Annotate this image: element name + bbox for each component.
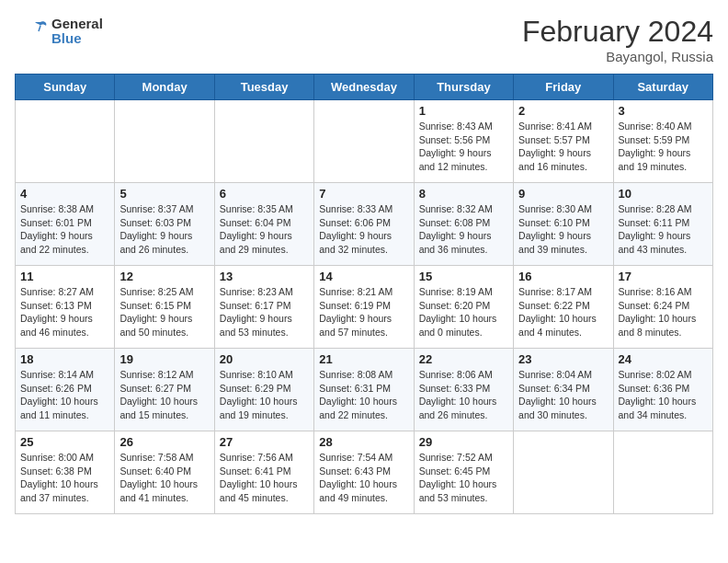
cell-date: 14 [319, 270, 408, 283]
cell-date: 11 [20, 270, 109, 283]
cell-date: 12 [119, 270, 209, 283]
cell-date: 21 [319, 352, 408, 366]
cell-date: 22 [419, 352, 508, 366]
day-header-wednesday: Wednesday [314, 75, 414, 100]
cell-date: 7 [319, 187, 408, 201]
calendar-cell: 8Sunrise: 8:32 AM Sunset: 6:08 PM Daylig… [414, 183, 513, 266]
cell-info: Sunrise: 7:56 AM Sunset: 6:41 PM Dayligh… [220, 451, 309, 505]
calendar-title: February 2024 [522, 15, 713, 49]
cell-info: Sunrise: 8:28 AM Sunset: 6:11 PM Dayligh… [619, 202, 708, 257]
cell-info: Sunrise: 7:52 AM Sunset: 6:45 PM Dayligh… [419, 451, 508, 505]
logo-blue-text: Blue [51, 31, 103, 47]
calendar-cell: 6Sunrise: 8:35 AM Sunset: 6:04 PM Daylig… [214, 183, 313, 266]
logo-text: General Blue [51, 17, 103, 47]
cell-date: 16 [518, 270, 608, 283]
cell-date: 4 [20, 187, 109, 201]
cell-date: 24 [619, 352, 708, 366]
cell-date: 13 [220, 270, 309, 283]
calendar-cell: 23Sunrise: 8:04 AM Sunset: 6:34 PM Dayli… [514, 349, 613, 431]
cell-info: Sunrise: 8:35 AM Sunset: 6:04 PM Dayligh… [220, 202, 309, 257]
cell-date: 5 [119, 187, 209, 201]
cell-date: 27 [220, 435, 309, 449]
cell-date: 15 [419, 270, 508, 283]
cell-info: Sunrise: 8:19 AM Sunset: 6:20 PM Dayligh… [419, 285, 508, 339]
calendar-cell: 27Sunrise: 7:56 AM Sunset: 6:41 PM Dayli… [214, 431, 313, 514]
cell-info: Sunrise: 8:17 AM Sunset: 6:22 PM Dayligh… [518, 285, 608, 339]
logo-general-text: General [51, 17, 103, 32]
cell-date: 8 [419, 187, 508, 201]
cell-date: 26 [119, 435, 209, 449]
cell-info: Sunrise: 8:33 AM Sunset: 6:06 PM Dayligh… [319, 202, 408, 257]
day-header-saturday: Saturday [613, 75, 712, 100]
cell-info: Sunrise: 8:41 AM Sunset: 5:57 PM Dayligh… [518, 120, 608, 174]
cell-info: Sunrise: 8:21 AM Sunset: 6:19 PM Dayligh… [319, 285, 408, 339]
calendar-cell: 24Sunrise: 8:02 AM Sunset: 6:36 PM Dayli… [613, 349, 712, 431]
calendar-cell: 28Sunrise: 7:54 AM Sunset: 6:43 PM Dayli… [314, 431, 414, 514]
cell-date: 1 [419, 104, 508, 118]
cell-info: Sunrise: 8:25 AM Sunset: 6:15 PM Dayligh… [119, 285, 209, 339]
cell-date: 19 [119, 352, 209, 366]
cell-date: 25 [20, 435, 109, 449]
calendar-cell: 18Sunrise: 8:14 AM Sunset: 6:26 PM Dayli… [16, 349, 115, 431]
calendar-cell: 10Sunrise: 8:28 AM Sunset: 6:11 PM Dayli… [613, 183, 712, 266]
calendar-cell: 20Sunrise: 8:10 AM Sunset: 6:29 PM Dayli… [214, 349, 313, 431]
calendar-cell: 3Sunrise: 8:40 AM Sunset: 5:59 PM Daylig… [613, 100, 712, 183]
cell-info: Sunrise: 8:08 AM Sunset: 6:31 PM Dayligh… [319, 368, 408, 422]
cell-info: Sunrise: 8:02 AM Sunset: 6:36 PM Dayligh… [619, 368, 708, 422]
cell-date: 6 [220, 187, 309, 201]
cell-info: Sunrise: 7:58 AM Sunset: 6:40 PM Dayligh… [119, 451, 209, 505]
cell-date: 29 [419, 435, 508, 449]
calendar-cell: 12Sunrise: 8:25 AM Sunset: 6:15 PM Dayli… [115, 266, 214, 349]
cell-date: 28 [319, 435, 408, 449]
cell-info: Sunrise: 8:40 AM Sunset: 5:59 PM Dayligh… [619, 120, 708, 174]
cell-info: Sunrise: 8:00 AM Sunset: 6:38 PM Dayligh… [20, 451, 109, 505]
calendar-cell: 21Sunrise: 8:08 AM Sunset: 6:31 PM Dayli… [314, 349, 414, 431]
logo-bird-icon [15, 15, 48, 48]
day-header-sunday: Sunday [16, 75, 115, 100]
week-row-4: 18Sunrise: 8:14 AM Sunset: 6:26 PM Dayli… [16, 349, 713, 431]
calendar-cell: 19Sunrise: 8:12 AM Sunset: 6:27 PM Dayli… [115, 349, 214, 431]
cell-date: 20 [220, 352, 309, 366]
title-block: February 2024 Bayangol, Russia [522, 15, 713, 64]
calendar-cell: 11Sunrise: 8:27 AM Sunset: 6:13 PM Dayli… [16, 266, 115, 349]
cell-info: Sunrise: 8:14 AM Sunset: 6:26 PM Dayligh… [20, 368, 109, 422]
cell-info: Sunrise: 8:23 AM Sunset: 6:17 PM Dayligh… [220, 285, 309, 339]
calendar-cell: 7Sunrise: 8:33 AM Sunset: 6:06 PM Daylig… [314, 183, 414, 266]
week-row-1: 1Sunrise: 8:43 AM Sunset: 5:56 PM Daylig… [16, 100, 713, 183]
calendar-cell: 2Sunrise: 8:41 AM Sunset: 5:57 PM Daylig… [514, 100, 613, 183]
calendar-cell [115, 100, 214, 183]
calendar-cell: 15Sunrise: 8:19 AM Sunset: 6:20 PM Dayli… [414, 266, 513, 349]
calendar-cell: 25Sunrise: 8:00 AM Sunset: 6:38 PM Dayli… [16, 431, 115, 514]
calendar-cell: 26Sunrise: 7:58 AM Sunset: 6:40 PM Dayli… [115, 431, 214, 514]
cell-date: 17 [619, 270, 708, 283]
calendar-cell [16, 100, 115, 183]
calendar-table: SundayMondayTuesdayWednesdayThursdayFrid… [15, 74, 713, 514]
cell-info: Sunrise: 8:27 AM Sunset: 6:13 PM Dayligh… [20, 285, 109, 339]
calendar-cell: 22Sunrise: 8:06 AM Sunset: 6:33 PM Dayli… [414, 349, 513, 431]
calendar-cell: 1Sunrise: 8:43 AM Sunset: 5:56 PM Daylig… [414, 100, 513, 183]
cell-info: Sunrise: 8:38 AM Sunset: 6:01 PM Dayligh… [20, 202, 109, 257]
cell-info: Sunrise: 8:30 AM Sunset: 6:10 PM Dayligh… [518, 202, 608, 257]
cell-info: Sunrise: 8:10 AM Sunset: 6:29 PM Dayligh… [220, 368, 309, 422]
cell-date: 2 [518, 104, 608, 118]
week-row-3: 11Sunrise: 8:27 AM Sunset: 6:13 PM Dayli… [16, 266, 713, 349]
logo: General Blue [15, 15, 103, 48]
calendar-cell: 4Sunrise: 8:38 AM Sunset: 6:01 PM Daylig… [16, 183, 115, 266]
cell-info: Sunrise: 8:32 AM Sunset: 6:08 PM Dayligh… [419, 202, 508, 257]
cell-date: 23 [518, 352, 608, 366]
calendar-cell [514, 431, 613, 514]
calendar-cell: 14Sunrise: 8:21 AM Sunset: 6:19 PM Dayli… [314, 266, 414, 349]
calendar-cell: 5Sunrise: 8:37 AM Sunset: 6:03 PM Daylig… [115, 183, 214, 266]
cell-info: Sunrise: 8:06 AM Sunset: 6:33 PM Dayligh… [419, 368, 508, 422]
cell-info: Sunrise: 7:54 AM Sunset: 6:43 PM Dayligh… [319, 451, 408, 505]
calendar-cell [214, 100, 313, 183]
cell-date: 9 [518, 187, 608, 201]
cell-date: 10 [619, 187, 708, 201]
week-row-2: 4Sunrise: 8:38 AM Sunset: 6:01 PM Daylig… [16, 183, 713, 266]
day-header-row: SundayMondayTuesdayWednesdayThursdayFrid… [16, 75, 713, 100]
calendar-cell: 29Sunrise: 7:52 AM Sunset: 6:45 PM Dayli… [414, 431, 513, 514]
cell-info: Sunrise: 8:16 AM Sunset: 6:24 PM Dayligh… [619, 285, 708, 339]
week-row-5: 25Sunrise: 8:00 AM Sunset: 6:38 PM Dayli… [16, 431, 713, 514]
cell-date: 3 [619, 104, 708, 118]
calendar-cell: 17Sunrise: 8:16 AM Sunset: 6:24 PM Dayli… [613, 266, 712, 349]
